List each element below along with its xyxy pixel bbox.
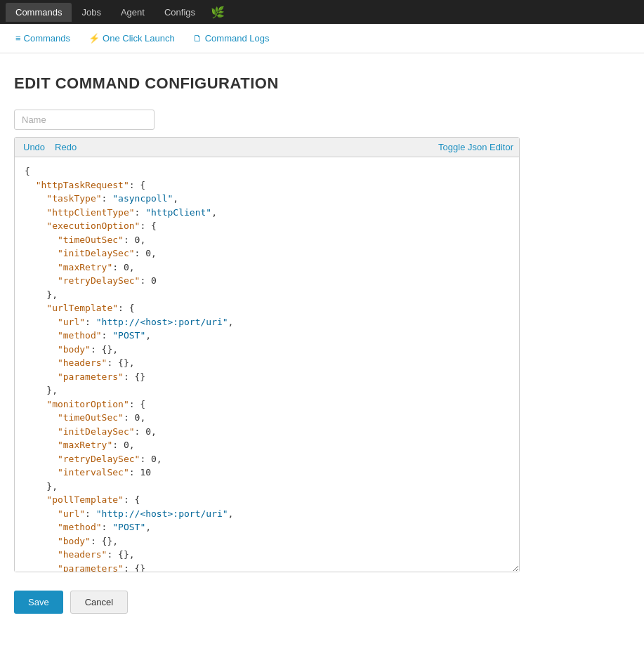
- sub-nav-commands[interactable]: ≡ Commands: [8, 27, 77, 49]
- undo-button[interactable]: Undo: [20, 140, 48, 154]
- bolt-icon: ⚡: [88, 33, 100, 44]
- save-button[interactable]: Save: [14, 591, 63, 614]
- json-editor-container: Undo Redo Toggle Json Editor { "httpTask…: [14, 137, 520, 572]
- editor-toolbar-left: Undo Redo: [20, 140, 79, 154]
- top-nav-commands[interactable]: Commands: [6, 3, 72, 22]
- bottom-actions: Save Cancel: [14, 591, 630, 614]
- json-editor-wrapper: Undo Redo Toggle Json Editor { "httpTask…: [14, 137, 520, 572]
- name-input[interactable]: [14, 110, 155, 130]
- editor-toolbar: Undo Redo Toggle Json Editor: [15, 138, 519, 157]
- list-icon: ≡: [15, 33, 21, 44]
- main-content: EDIT COMMAND CONFIGURATION Undo Redo Tog…: [0, 53, 644, 628]
- json-editor-area[interactable]: { "httpTaskRequest": { "taskType": "asyn…: [15, 157, 519, 572]
- top-nav-agent[interactable]: Agent: [111, 3, 155, 22]
- redo-button[interactable]: Redo: [52, 140, 79, 154]
- leaf-icon: 🌿: [211, 6, 225, 19]
- doc-icon: 🗋: [193, 33, 202, 44]
- top-navigation: Commands Jobs Agent Configs 🌿: [0, 0, 644, 24]
- sub-nav-command-logs[interactable]: 🗋 Command Logs: [186, 27, 277, 49]
- top-nav-configs[interactable]: Configs: [155, 3, 205, 22]
- page-title: EDIT COMMAND CONFIGURATION: [14, 74, 630, 93]
- top-nav-jobs[interactable]: Jobs: [72, 3, 110, 22]
- sub-navigation: ≡ Commands ⚡ One Click Launch 🗋 Command …: [0, 24, 644, 53]
- sub-nav-one-click-launch[interactable]: ⚡ One Click Launch: [81, 27, 182, 49]
- cancel-button[interactable]: Cancel: [70, 591, 128, 614]
- toggle-json-button[interactable]: Toggle Json Editor: [438, 142, 513, 152]
